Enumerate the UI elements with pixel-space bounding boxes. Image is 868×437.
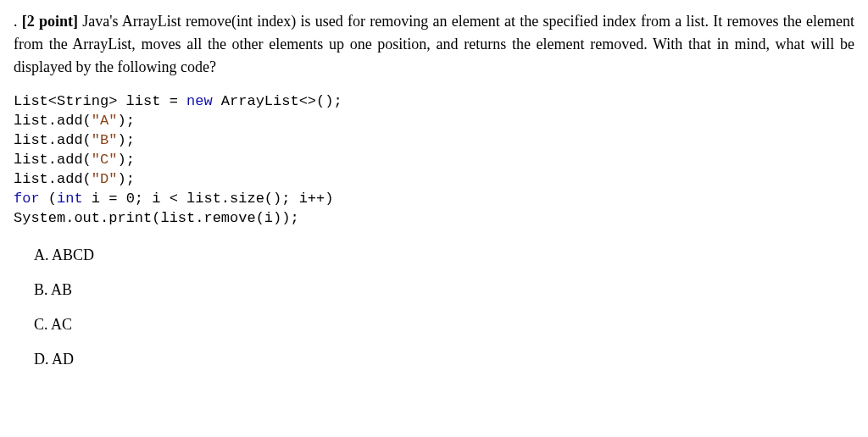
code-line-1: List<String> list = new ArrayList<>(); [14,93,342,109]
code-line-6: for (int i = 0; i < list.size(); i++) [14,191,333,207]
answer-options: A. ABCD B. AB C. AC D. AD [34,244,854,371]
option-label: D. [34,351,49,368]
question-number-prefix: . [14,10,18,33]
code-line-2: list.add("A"); [14,113,135,129]
option-label: B. [34,281,48,298]
option-c: C. AC [34,313,854,336]
option-text: ABCD [52,246,94,263]
option-a: A. ABCD [34,244,854,267]
option-label: A. [34,246,49,263]
question-text: Java's ArrayList remove(int index) is us… [14,13,854,75]
option-b: B. AB [34,279,854,301]
code-block: List<String> list = new ArrayList<>(); l… [14,92,854,229]
code-line-5: list.add("D"); [14,171,135,187]
code-line-3: list.add("B"); [14,132,135,148]
option-text: AC [51,316,72,333]
option-text: AD [52,351,74,368]
question-prompt: . [2 point] Java's ArrayList remove(int … [14,10,854,79]
points-label: [2 point] [22,13,78,30]
code-line-4: list.add("C"); [14,152,135,168]
option-d: D. AD [34,348,854,371]
option-label: C. [34,316,48,333]
option-text: AB [51,281,72,298]
code-line-7: System.out.print(list.remove(i)); [14,210,299,226]
